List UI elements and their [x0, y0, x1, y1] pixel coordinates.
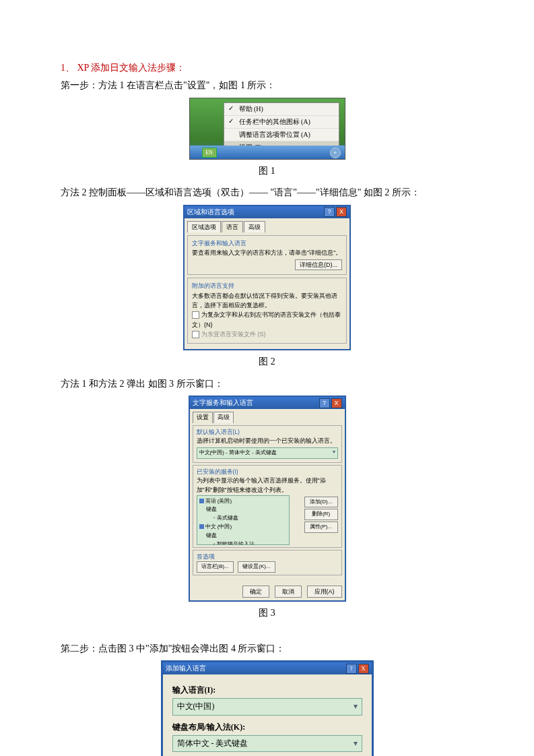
tab-strip: 设置 高级 [193, 412, 342, 423]
figure2-caption: 图 2 [61, 354, 473, 369]
tab-region[interactable]: 区域选项 [187, 221, 221, 232]
remove-button[interactable]: 删除(R) [304, 509, 338, 520]
figure-3-text-services-dialog: 文字服务和输入语言 ? X 设置 高级 默认输入语言(L) 选择计算机启动时要使… [189, 396, 346, 602]
language-bar-button[interactable]: 语言栏(B)... [197, 561, 234, 573]
document-page: 1、 XP 添加日文输入法步骤： 第一步：方法 1 在语言栏点击"设置"，如图 … [0, 0, 534, 756]
figure-1-language-bar-menu: ✓帮助 (H) ✓任务栏中的其他图标 (A) 调整语言选项带位置 (A) 设置 … [189, 98, 345, 160]
group-description: 选择计算机启动时要使用的一个已安装的输入语言。 [197, 437, 338, 446]
properties-button[interactable]: 属性(P)... [304, 522, 338, 533]
step1-text: 第一步：方法 1 在语言栏点击"设置"，如图 1 所示： [61, 78, 473, 93]
popout-intro: 方法 1 和方法 2 弹出 如图 3 所示窗口： [61, 377, 473, 391]
tab-language[interactable]: 语言 [222, 221, 243, 232]
tab-advanced[interactable]: 高级 [244, 221, 265, 232]
checkbox-label: 为复杂文字和从右到左书写的语言安装文件（包括泰文）(N) [192, 311, 341, 327]
taskbar-add-icon[interactable]: + [330, 148, 341, 158]
group-title: 默认输入语言(L) [197, 428, 338, 437]
tab-settings[interactable]: 设置 [193, 412, 213, 423]
check-icon: ✓ [228, 103, 234, 114]
checkbox-label: 为东亚语言安装文件 (S) [201, 331, 266, 338]
group-description: 为列表中显示的每个输入语言选择服务。使用"添加"和"删除"按钮来修改这个列表。 [197, 476, 338, 495]
dialog-button-row: 确定 取消 应用(A) [190, 580, 345, 600]
keyboard-layout-label: 键盘布局/输入法(K): [172, 721, 362, 734]
group-default-input-language: 默认输入语言(L) 选择计算机启动时要使用的一个已安装的输入语言。 中文(中国)… [193, 425, 342, 463]
flag-icon [199, 524, 204, 529]
group-title: 首选项 [197, 553, 338, 562]
ok-button[interactable]: 确定 [242, 586, 269, 598]
taskbar: EN + [190, 146, 345, 159]
keyboard-layout-dropdown[interactable]: 简体中文 - 美式键盘 [172, 735, 362, 752]
dialog-titlebar: 添加输入语言 ? X [163, 662, 372, 674]
tab-advanced[interactable]: 高级 [213, 412, 234, 423]
help-icon[interactable]: ? [324, 207, 335, 217]
figure3-caption: 图 3 [61, 606, 473, 621]
language-indicator[interactable]: EN [202, 148, 217, 158]
group-title: 附加的语言支持 [192, 281, 342, 290]
checkbox[interactable] [192, 311, 199, 319]
figure-2-regional-options-dialog: 区域和语言选项 ? X 区域选项 语言 高级 文字服务和输入语言 要查看用来输入… [183, 205, 351, 351]
group-title: 文字服务和输入语言 [192, 239, 342, 248]
menu-item-adjust-position[interactable]: 调整语言选项带位置 (A) [224, 129, 339, 141]
figure1-caption: 图 1 [61, 164, 473, 179]
dialog-title: 添加输入语言 [166, 663, 206, 674]
section-heading: 1、 XP 添加日文输入法步骤： [61, 61, 473, 75]
help-icon[interactable]: ? [346, 664, 357, 674]
cancel-button[interactable]: 取消 [275, 586, 302, 598]
input-language-dropdown[interactable]: 中文(中国) [172, 698, 362, 715]
group-installed-services: 已安装的服务(I) 为列表中显示的每个输入语言选择服务。使用"添加"和"删除"按… [193, 465, 342, 548]
default-language-dropdown[interactable]: 中文(中国) - 简体中文 - 美式键盘 [197, 447, 338, 459]
details-button[interactable]: 详细信息(D)... [295, 259, 342, 270]
tab-strip: 区域选项 语言 高级 [187, 221, 347, 232]
dialog-titlebar: 区域和语言选项 ? X [185, 206, 349, 218]
check-icon: ✓ [228, 116, 234, 127]
dialog-title: 区域和语言选项 [187, 207, 234, 218]
group-text-services: 文字服务和输入语言 要查看用来输入文字的语言和方法，请单击"详细信息"。 详细信… [187, 235, 347, 275]
key-settings-button[interactable]: 键设置(K)... [238, 561, 275, 573]
group-preferences: 首选项 语言栏(B)... 键设置(K)... [193, 550, 342, 575]
installed-services-list[interactable]: 英语 (美国) 键盘 ・美式键盘 中文 (中国) 键盘 ・智能拼音输入法 ・美式… [197, 495, 290, 545]
group-description: 大多数语言都会在默认情况下得到安装。要安装其他语言，选择下面相应的复选框。 [192, 291, 342, 311]
flag-icon [199, 499, 204, 503]
dialog-titlebar: 文字服务和输入语言 ? X [190, 397, 345, 409]
side-button-group: 添加(D)... 删除(R) 属性(P)... [304, 495, 338, 534]
group-additional-language-support: 附加的语言支持 大多数语言都会在默认情况下得到安装。要安装其他语言，选择下面相应… [187, 278, 347, 344]
figure-4-add-input-language-dialog: 添加输入语言 ? X 输入语言(I): 中文(中国) 键盘布局/输入法(K): … [161, 660, 374, 756]
checkbox[interactable] [192, 331, 199, 338]
input-language-label: 输入语言(I): [172, 684, 362, 697]
close-icon[interactable]: X [358, 664, 369, 674]
group-description: 要查看用来输入文字的语言和方法，请单击"详细信息"。 [192, 248, 342, 257]
apply-button[interactable]: 应用(A) [307, 586, 342, 598]
close-icon[interactable]: X [331, 398, 342, 408]
close-icon[interactable]: X [336, 207, 347, 217]
dialog-title: 文字服务和输入语言 [193, 398, 253, 408]
menu-item-help[interactable]: ✓帮助 (H) [224, 103, 339, 116]
add-button[interactable]: 添加(D)... [304, 497, 338, 508]
step2-text: 第二步：点击图 3 中"添加"按钮会弹出图 4 所示窗口： [61, 641, 473, 656]
menu-item-taskbar-icons[interactable]: ✓任务栏中的其他图标 (A) [224, 116, 339, 129]
help-icon[interactable]: ? [319, 398, 330, 408]
method2-text: 方法 2 控制面板——区域和语言选项（双击）—— "语言"——"详细信息" 如图… [61, 185, 473, 200]
group-title: 已安装的服务(I) [197, 468, 338, 477]
